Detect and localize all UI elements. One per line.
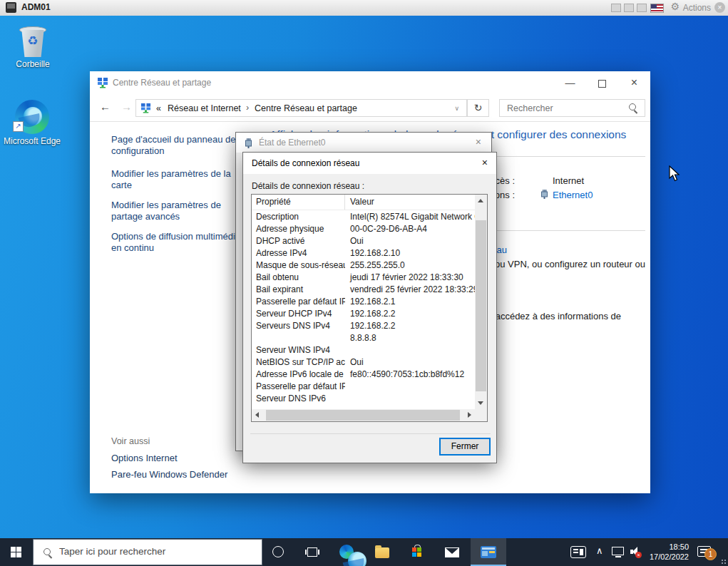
refresh-button[interactable]: ↻ — [467, 99, 489, 117]
minimize-icon[interactable]: — — [554, 71, 586, 94]
row-property — [252, 332, 345, 344]
start-button[interactable] — [0, 538, 33, 566]
row-property: Passerelle par défaut IPv4 — [252, 296, 345, 308]
sidebar-item-sharing-settings[interactable]: Modifier les paramètres de partage avanc… — [111, 200, 248, 222]
table-row: Serveur DNS IPv6 — [252, 393, 475, 405]
vm-window-icon — [6, 2, 16, 13]
table-row: DescriptionIntel(R) 82574L Gigabit Netwo… — [252, 211, 475, 223]
breadcrumb-item-centre-reseau[interactable]: Centre Réseau et partage — [255, 103, 357, 113]
us-flag-icon[interactable] — [650, 4, 664, 13]
close-icon[interactable]: × — [482, 157, 488, 168]
vm-actions-menu[interactable]: Actions — [683, 3, 711, 13]
vm-view-button-3[interactable] — [637, 4, 647, 12]
back-icon[interactable]: ← — [100, 101, 111, 113]
access-type-value: Internet — [553, 175, 584, 186]
dialog-title: État de Ethernet0 — [259, 138, 325, 148]
close-icon[interactable]: × — [618, 71, 650, 94]
row-value: Intel(R) 82574L Gigabit Network Conn — [345, 211, 475, 223]
mouse-cursor — [669, 165, 681, 182]
breadcrumb-item-reseau-internet[interactable]: Réseau et Internet — [168, 103, 241, 113]
sidebar-item-adapter-settings[interactable]: Modifier les paramètres de la carte — [111, 168, 248, 191]
table-row: Masque de sous-réseau ...255.255.255.0 — [252, 259, 475, 272]
desktop-icon-edge[interactable]: ↗ Microsoft Edge — [1, 100, 63, 146]
row-value: Oui — [345, 356, 475, 369]
vm-titlebar: ADM01 ⚙ Actions × — [0, 0, 728, 16]
address-chevron-down-icon[interactable]: ∨ — [454, 105, 459, 112]
cortana-button[interactable] — [261, 538, 295, 566]
table-row: DHCP activéOui — [252, 235, 475, 247]
horizontal-scrollbar[interactable] — [252, 409, 475, 421]
network-center-taskbar-button[interactable] — [471, 538, 506, 566]
row-value — [345, 381, 475, 393]
dialog-titlebar[interactable]: État de Ethernet0 × — [236, 133, 491, 153]
details-listview[interactable]: Propriété Valeur DescriptionIntel(R) 825… — [251, 194, 488, 422]
explorer-search-box[interactable]: Rechercher — [499, 99, 645, 117]
row-property: Serveurs DNS IPv4 — [252, 320, 345, 332]
task-view-button[interactable] — [295, 538, 329, 566]
dialog-titlebar[interactable]: Détails de connexion réseau × — [243, 153, 496, 174]
vm-view-button-1[interactable] — [611, 4, 621, 12]
news-interests-button[interactable] — [563, 538, 592, 566]
vm-title: ADM01 — [21, 2, 51, 12]
close-icon[interactable]: × — [476, 136, 481, 148]
separator — [250, 433, 491, 434]
network-tray-button[interactable] — [609, 538, 627, 566]
connection-details-dialog: Détails de connexion réseau × Détails de… — [242, 152, 497, 463]
edge-taskbar-button[interactable] — [329, 538, 364, 566]
taskbar-search-box[interactable]: Taper ici pour rechercher — [33, 539, 262, 565]
taskbar-clock[interactable]: 18:50 17/02/2022 — [639, 542, 689, 562]
mail-icon — [445, 547, 459, 557]
ethernet0-link[interactable]: Ethernet0 — [553, 190, 593, 200]
address-bar[interactable]: « Réseau et Internet › Centre Réseau et … — [135, 99, 467, 117]
vertical-scrollbar[interactable] — [475, 195, 487, 409]
vertical-scroll-thumb[interactable] — [476, 220, 486, 391]
maximize-icon[interactable] — [586, 71, 618, 94]
column-header-property[interactable]: Propriété — [252, 195, 345, 210]
sidebar-item-media-streaming[interactable]: Options de diffusion multimédia en conti… — [111, 231, 248, 254]
listview-header[interactable]: Propriété Valeur — [252, 195, 475, 210]
file-explorer-button[interactable] — [365, 538, 399, 566]
gear-icon[interactable]: ⚙ — [670, 1, 680, 12]
tray-chevron-up-icon[interactable]: ∧ — [596, 545, 603, 556]
scroll-down-icon[interactable] — [478, 401, 483, 405]
vm-view-button-2[interactable] — [624, 4, 634, 12]
navigation-bar: ← → ∨ ↑ « Réseau et Internet › Centre Ré… — [90, 95, 650, 122]
window-titlebar[interactable]: Centre Réseau et partage — × — [90, 71, 650, 95]
row-value: fe80::4590:7053:1cb:b8fd%12 — [345, 369, 475, 381]
desktop-icon-label: Microsoft Edge — [1, 136, 63, 146]
mail-button[interactable] — [435, 538, 469, 566]
scroll-up-icon[interactable] — [478, 199, 483, 202]
sidebar-item-windows-firewall[interactable]: Pare-feu Windows Defender — [111, 469, 227, 480]
refresh-icon: ↻ — [474, 102, 483, 113]
desktop-icon-recycle-bin[interactable]: ♻ Corbeille — [2, 24, 63, 69]
vm-close-icon[interactable]: × — [714, 2, 725, 13]
microsoft-store-button[interactable] — [400, 538, 434, 566]
row-value: Oui — [345, 235, 475, 247]
row-property: Adresse physique — [252, 223, 345, 235]
sidebar-item-internet-options[interactable]: Options Internet — [111, 453, 178, 463]
action-center-button[interactable]: 1 — [692, 538, 722, 566]
dialog-title: Détails de connexion réseau — [252, 158, 359, 168]
row-value: 00-0C-29-D6-AB-A4 — [345, 223, 475, 235]
table-row: Serveur WINS IPv4 — [252, 344, 475, 356]
sidebar-item-home[interactable]: Page d'accueil du panneau de configurati… — [111, 134, 248, 157]
column-header-value[interactable]: Valeur — [345, 195, 475, 210]
notification-badge: 1 — [704, 548, 717, 560]
horizontal-scroll-thumb[interactable] — [266, 410, 460, 421]
row-value: 192.168.2.10 — [345, 247, 475, 259]
row-property: Masque de sous-réseau ... — [252, 259, 345, 272]
row-property: Adresse IPv6 locale de li... — [252, 369, 345, 381]
shortcut-arrow-icon: ↗ — [13, 121, 24, 132]
scroll-right-icon[interactable] — [468, 412, 471, 418]
row-property: NetBIOS sur TCP/IP act... — [252, 356, 345, 369]
resize-grip — [721, 559, 727, 565]
network-center-icon — [97, 77, 108, 88]
table-row: Bail expirantvendredi 25 février 2022 18… — [252, 284, 475, 296]
row-property: Bail obtenu — [252, 272, 345, 284]
screen: ADM01 ⚙ Actions × ♻ Corbeille ↗ Microsof… — [0, 0, 728, 566]
scroll-left-icon[interactable] — [255, 412, 259, 418]
details-list-label: Détails de connexion réseau : — [252, 181, 364, 191]
breadcrumb-root-icon[interactable]: « — [156, 103, 161, 113]
row-value: 192.168.2.2 — [345, 308, 475, 320]
fermer-button[interactable]: Fermer — [439, 438, 491, 456]
